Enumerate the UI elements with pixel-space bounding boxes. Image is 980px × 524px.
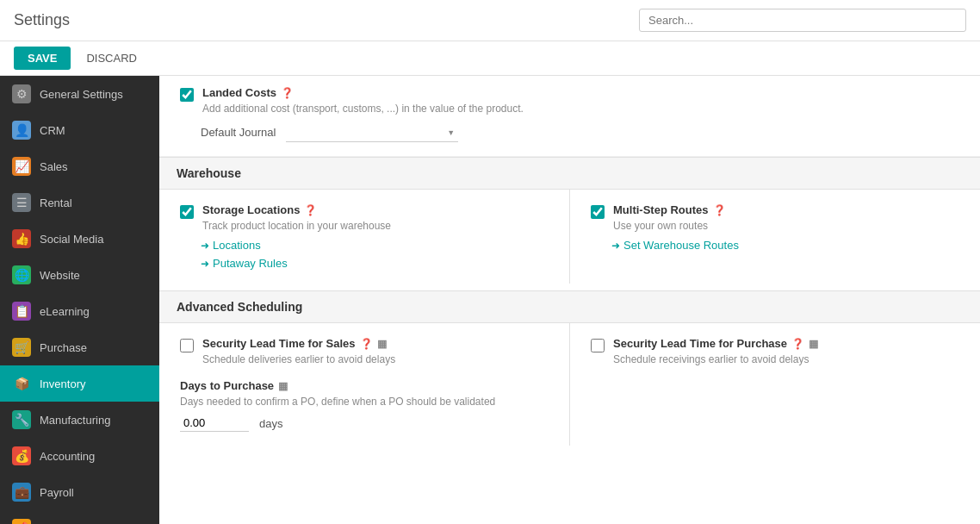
multi-step-routes-description: Use your own routes — [613, 220, 726, 232]
elearning-icon: 📋 — [12, 302, 31, 321]
sidebar-item-general-settings[interactable]: ⚙ General Settings — [0, 76, 159, 112]
sidebar-item-accounting[interactable]: 💰 Accounting — [0, 438, 159, 474]
storage-locations-col: Storage Locations ❓ Track product locati… — [159, 190, 569, 284]
multi-step-routes-checkbox[interactable] — [591, 205, 605, 219]
landed-costs-label: Landed Costs — [202, 86, 276, 99]
discard-button[interactable]: DISCARD — [78, 47, 146, 70]
sales-icon: 📈 — [12, 157, 31, 176]
putaway-rules-link[interactable]: ➜ Putaway Rules — [201, 257, 549, 270]
search-input[interactable] — [639, 9, 966, 32]
days-unit-label: days — [259, 417, 282, 430]
security-lead-sales-help-icon[interactable]: ❓ — [360, 338, 373, 350]
sidebar-item-label: Sales — [40, 160, 68, 173]
days-to-purchase-input-row: days — [180, 415, 549, 432]
sidebar-item-label: Manufacturing — [40, 414, 110, 427]
sidebar-item-label: Accounting — [40, 450, 95, 463]
security-lead-purchase-checkbox[interactable] — [591, 339, 605, 352]
security-lead-sales-description: Schedule deliveries earlier to avoid del… — [202, 353, 395, 365]
payroll-icon: 💼 — [12, 483, 31, 502]
sidebar-item-label: Payroll — [40, 486, 74, 499]
sidebar-item-inventory[interactable]: 📦 Inventory — [0, 365, 159, 402]
header: Settings — [0, 0, 980, 41]
default-journal-select-wrapper — [286, 123, 458, 142]
purchase-icon: 🛒 — [12, 338, 31, 357]
accounting-icon: 💰 — [12, 446, 31, 465]
landed-costs-description: Add additional cost (transport, customs,… — [202, 103, 524, 115]
security-lead-sales-checkbox[interactable] — [180, 339, 194, 352]
sidebar-item-label: Inventory — [40, 377, 85, 390]
sidebar-item-label: Rental — [40, 196, 72, 209]
days-to-purchase-grid-icon: ▦ — [278, 380, 288, 392]
advanced-scheduling-settings: Security Lead Time for Sales ❓ ▦ Schedul… — [159, 323, 980, 446]
default-journal-select[interactable] — [286, 123, 458, 142]
sidebar-item-label: General Settings — [40, 88, 123, 101]
sidebar-item-rental[interactable]: ☰ Rental — [0, 184, 159, 221]
toolbar: SAVE DISCARD — [0, 41, 980, 76]
crm-icon: 👤 — [12, 121, 31, 140]
warehouse-section-header: Warehouse — [159, 157, 980, 190]
sidebar-item-manufacturing[interactable]: 🔧 Manufacturing — [0, 402, 159, 438]
set-warehouse-routes-link[interactable]: ➜ Set Warehouse Routes — [611, 239, 959, 252]
sidebar-item-label: eLearning — [40, 305, 90, 318]
sidebar-item-label: Website — [40, 269, 80, 282]
days-to-purchase-label: Days to Purchase — [180, 379, 274, 392]
landed-costs-checkbox[interactable] — [180, 88, 194, 102]
security-lead-purchase-col: Security Lead Time for Purchase ❓ ▦ Sche… — [570, 323, 980, 446]
security-lead-purchase-grid-icon: ▦ — [809, 338, 818, 350]
days-to-purchase-input[interactable] — [180, 415, 249, 432]
manufacturing-icon: 🔧 — [12, 410, 31, 429]
storage-locations-description: Track product location in your warehouse — [202, 220, 391, 232]
landed-costs-section: Landed Costs ❓ Add additional cost (tran… — [159, 76, 980, 157]
multi-step-routes-row: Multi-Step Routes ❓ Use your own routes — [591, 203, 959, 232]
routes-arrow-icon: ➜ — [611, 240, 620, 252]
social-icon: 👍 — [12, 229, 31, 248]
website-icon: 🌐 — [12, 265, 31, 284]
storage-locations-label: Storage Locations — [202, 203, 300, 216]
save-button[interactable]: SAVE — [14, 47, 71, 70]
set-warehouse-routes-label: Set Warehouse Routes — [623, 239, 739, 252]
sidebar-item-project[interactable]: 📌 Project — [0, 510, 159, 524]
storage-locations-help-icon[interactable]: ❓ — [304, 204, 317, 216]
sidebar-item-elearning[interactable]: 📋 eLearning — [0, 293, 159, 329]
sidebar-item-payroll[interactable]: 💼 Payroll — [0, 474, 159, 510]
storage-locations-row: Storage Locations ❓ Track product locati… — [180, 203, 549, 232]
security-lead-purchase-row: Security Lead Time for Purchase ❓ ▦ Sche… — [591, 337, 959, 365]
landed-costs-help-icon[interactable]: ❓ — [281, 87, 294, 99]
sidebar-item-sales[interactable]: 📈 Sales — [0, 148, 159, 184]
security-lead-sales-col: Security Lead Time for Sales ❓ ▦ Schedul… — [159, 323, 569, 446]
security-lead-sales-row: Security Lead Time for Sales ❓ ▦ Schedul… — [180, 337, 549, 365]
security-lead-purchase-help-icon[interactable]: ❓ — [791, 338, 804, 350]
landed-costs-row: Landed Costs ❓ Add additional cost (tran… — [180, 86, 959, 115]
default-journal-label: Default Journal — [201, 126, 276, 139]
locations-link[interactable]: ➜ Locations — [201, 239, 549, 252]
sidebar-item-website[interactable]: 🌐 Website — [0, 257, 159, 293]
storage-locations-checkbox[interactable] — [180, 205, 194, 219]
sidebar: ⚙ General Settings 👤 CRM 📈 Sales ☰ Renta… — [0, 76, 159, 524]
security-lead-sales-grid-icon: ▦ — [377, 338, 387, 350]
multi-step-routes-label: Multi-Step Routes — [613, 203, 709, 216]
rental-icon: ☰ — [12, 193, 31, 212]
advanced-scheduling-header: Advanced Scheduling — [159, 290, 980, 323]
multi-step-routes-help-icon[interactable]: ❓ — [713, 204, 726, 216]
sidebar-item-crm[interactable]: 👤 CRM — [0, 112, 159, 148]
days-to-purchase-description: Days needed to confirm a PO, define when… — [180, 396, 549, 408]
locations-arrow-icon: ➜ — [201, 240, 209, 252]
gear-icon: ⚙ — [12, 84, 31, 103]
content-area: Landed Costs ❓ Add additional cost (tran… — [159, 76, 980, 524]
warehouse-settings: Storage Locations ❓ Track product locati… — [159, 190, 980, 284]
main-layout: ⚙ General Settings 👤 CRM 📈 Sales ☰ Renta… — [0, 76, 980, 524]
security-lead-purchase-label: Security Lead Time for Purchase — [613, 337, 787, 350]
security-lead-purchase-description: Schedule receivings earlier to avoid del… — [613, 353, 818, 365]
sidebar-item-label: CRM — [40, 124, 65, 137]
default-journal-row: Default Journal — [201, 123, 959, 142]
project-icon: 📌 — [12, 519, 31, 524]
days-to-purchase-section: Days to Purchase ▦ Days needed to confir… — [180, 379, 549, 432]
security-lead-sales-label: Security Lead Time for Sales — [202, 337, 356, 350]
sidebar-item-label: Social Media — [40, 233, 103, 246]
inventory-icon: 📦 — [12, 374, 31, 393]
multi-step-routes-col: Multi-Step Routes ❓ Use your own routes … — [570, 190, 980, 284]
sidebar-item-social-media[interactable]: 👍 Social Media — [0, 221, 159, 257]
sidebar-item-label: Purchase — [40, 341, 87, 354]
page-title: Settings — [14, 11, 70, 29]
sidebar-item-purchase[interactable]: 🛒 Purchase — [0, 329, 159, 365]
